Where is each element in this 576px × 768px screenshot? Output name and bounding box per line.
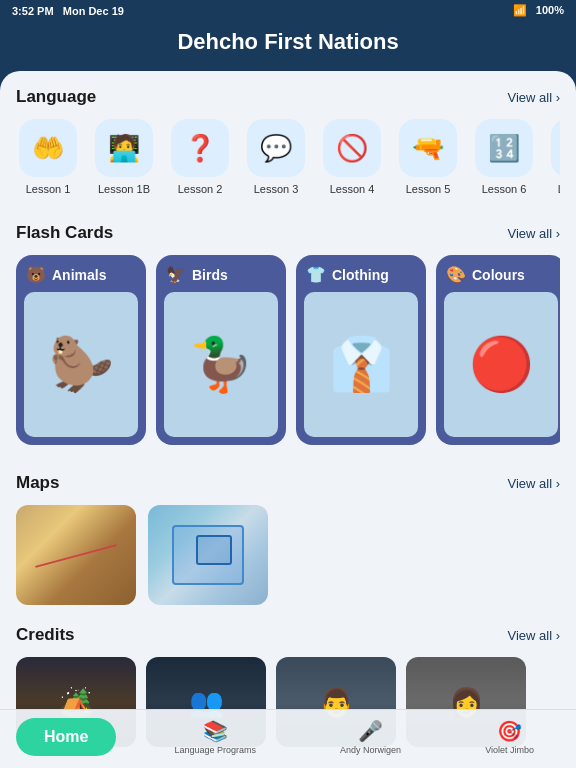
birds-icon: 🦅	[166, 265, 186, 284]
flashcards-view-all[interactable]: View all	[507, 226, 560, 241]
lesson7-icon: ❤️	[551, 119, 560, 177]
lesson-item[interactable]: 🚫 Lesson 4	[320, 119, 384, 195]
animals-label: Animals	[52, 267, 106, 283]
status-time: 3:52 PM Mon Dec 19	[12, 5, 124, 17]
maps-section-header: Maps View all	[16, 473, 560, 493]
nav-items: 📚 Language Programs 🎤 Andy Norwigen 🎯 Vi…	[132, 719, 576, 755]
flashcard-clothing-header: 👕 Clothing	[296, 255, 426, 292]
map-road-line	[35, 544, 117, 568]
language-programs-icon: 📚	[203, 719, 228, 743]
lessons-scroll: 🤲 Lesson 1 🧑‍💻 Lesson 1B ❓ Lesson 2 💬 Le…	[16, 119, 560, 203]
home-button[interactable]: Home	[16, 718, 116, 756]
colours-label: Colours	[472, 267, 525, 283]
lesson1b-icon: 🧑‍💻	[95, 119, 153, 177]
flashcard-animals-header: 🐻 Animals	[16, 255, 146, 292]
lesson6-icon: 🔢	[475, 119, 533, 177]
clothing-image: 👔	[304, 292, 418, 437]
colours-icon: 🎨	[446, 265, 466, 284]
map-thumb-1[interactable]	[16, 505, 136, 605]
andy-norwigen-icon: 🎤	[358, 719, 383, 743]
birds-label: Birds	[192, 267, 228, 283]
animals-image: 🦫	[24, 292, 138, 437]
language-section-title: Language	[16, 87, 96, 107]
flashcard-birds-header: 🦅 Birds	[156, 255, 286, 292]
lesson5-label: Lesson 5	[406, 183, 451, 195]
birds-image: 🦆	[164, 292, 278, 437]
clothing-icon: 👕	[306, 265, 326, 284]
lesson2-icon: ❓	[171, 119, 229, 177]
lesson7-label: Lesson 7	[558, 183, 560, 195]
clothing-label: Clothing	[332, 267, 389, 283]
lesson5-icon: 🔫	[399, 119, 457, 177]
map-subregion	[196, 535, 232, 565]
nav-violet-jimbo[interactable]: 🎯 Violet Jimbo	[485, 719, 534, 755]
lesson-item[interactable]: 🧑‍💻 Lesson 1B	[92, 119, 156, 195]
lesson-item[interactable]: 🤲 Lesson 1	[16, 119, 80, 195]
nav-language-programs[interactable]: 📚 Language Programs	[174, 719, 256, 755]
credits-section-title: Credits	[16, 625, 75, 645]
flashcards-scroll: 🐻 Animals 🦫 🦅 Birds 🦆 👕 Clothing 👔 🎨	[16, 255, 560, 453]
lesson6-label: Lesson 6	[482, 183, 527, 195]
language-programs-label: Language Programs	[174, 745, 256, 755]
app-title: Dehcho First Nations	[0, 21, 576, 71]
lesson-item[interactable]: 🔢 Lesson 6	[472, 119, 536, 195]
map-thumb-2[interactable]	[148, 505, 268, 605]
lesson-item[interactable]: 💬 Lesson 3	[244, 119, 308, 195]
lesson-item[interactable]: ❓ Lesson 2	[168, 119, 232, 195]
lesson4-icon: 🚫	[323, 119, 381, 177]
lesson3-icon: 💬	[247, 119, 305, 177]
credits-view-all[interactable]: View all	[507, 628, 560, 643]
andy-norwigen-label: Andy Norwigen	[340, 745, 401, 755]
language-section-header: Language View all	[16, 87, 560, 107]
flashcard-colours-header: 🎨 Colours	[436, 255, 560, 292]
credits-section-header: Credits View all	[16, 625, 560, 645]
lesson3-label: Lesson 3	[254, 183, 299, 195]
violet-jimbo-icon: 🎯	[497, 719, 522, 743]
status-bar: 3:52 PM Mon Dec 19 📶 100%	[0, 0, 576, 21]
lesson1-icon: 🤲	[19, 119, 77, 177]
lesson2-label: Lesson 2	[178, 183, 223, 195]
bottom-nav: Home 📚 Language Programs 🎤 Andy Norwigen…	[0, 709, 576, 768]
language-view-all[interactable]: View all	[507, 90, 560, 105]
main-content: Language View all 🤲 Lesson 1 🧑‍💻 Lesson …	[0, 71, 576, 768]
lesson-item[interactable]: 🔫 Lesson 5	[396, 119, 460, 195]
flashcards-section-title: Flash Cards	[16, 223, 113, 243]
flashcard-animals[interactable]: 🐻 Animals 🦫	[16, 255, 146, 445]
animals-icon: 🐻	[26, 265, 46, 284]
status-indicators: 📶 100%	[513, 4, 564, 17]
maps-section-title: Maps	[16, 473, 59, 493]
lesson1-label: Lesson 1	[26, 183, 71, 195]
flashcards-section-header: Flash Cards View all	[16, 223, 560, 243]
flashcard-clothing[interactable]: 👕 Clothing 👔	[296, 255, 426, 445]
colours-image: 🔴	[444, 292, 558, 437]
flashcard-birds[interactable]: 🦅 Birds 🦆	[156, 255, 286, 445]
lesson4-label: Lesson 4	[330, 183, 375, 195]
violet-jimbo-label: Violet Jimbo	[485, 745, 534, 755]
flashcard-colours[interactable]: 🎨 Colours 🔴	[436, 255, 560, 445]
maps-view-all[interactable]: View all	[507, 476, 560, 491]
nav-andy-norwigen[interactable]: 🎤 Andy Norwigen	[340, 719, 401, 755]
maps-scroll	[16, 505, 560, 605]
lesson-item[interactable]: ❤️ Lesson 7	[548, 119, 560, 195]
lesson1b-label: Lesson 1B	[98, 183, 150, 195]
